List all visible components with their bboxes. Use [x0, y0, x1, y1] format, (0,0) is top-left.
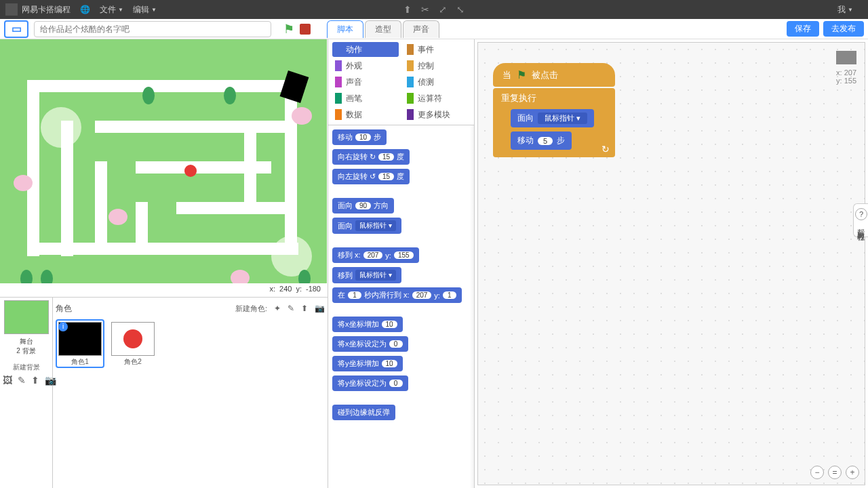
block-bounce[interactable]: 碰到边缘就反弹 — [332, 405, 395, 420]
file-menu[interactable]: 文件▼ — [100, 4, 123, 16]
sprite-thumbnail-mini — [836, 51, 856, 64]
user-menu[interactable]: 我▼ — [837, 4, 853, 16]
block-goto-target[interactable]: 移到鼠标指针 ▾ — [332, 267, 401, 283]
category-looks[interactable]: 外观 — [332, 58, 399, 73]
sprite-paint-icon[interactable]: ✎ — [288, 304, 294, 314]
loop-arrow-icon: ↻ — [601, 144, 610, 155]
block-set-x[interactable]: 将x坐标设定为0 — [332, 336, 408, 352]
help-icon: ? — [855, 208, 867, 220]
publish-button[interactable]: 去发布 — [823, 21, 864, 37]
block-when-flag-clicked[interactable]: 当 ⚑ 被点击 — [493, 63, 615, 87]
grow-tool-icon[interactable]: ⤢ — [439, 4, 447, 15]
backdrop-upload-icon[interactable]: ⬆ — [31, 375, 39, 386]
block-move-steps[interactable]: 移动10步 — [332, 129, 387, 145]
category-control[interactable]: 控制 — [404, 58, 471, 73]
block-point-towards[interactable]: 面向鼠标指针 ▾ — [332, 218, 401, 234]
sprite-info-icon[interactable]: i — [58, 322, 68, 331]
category-events[interactable]: 事件 — [404, 42, 471, 57]
sprite-panel: 舞台 2 背景 新建背景 🖼 ✎ ⬆ 📷 角色 新建角色: ✦ ✎ — [0, 297, 328, 488]
stamp-tool-icon[interactable]: ⬆ — [403, 4, 412, 15]
block-change-y[interactable]: 将y坐标增加10 — [332, 356, 403, 371]
block-point-towards-inst[interactable]: 面向鼠标指针 ▾ — [511, 109, 594, 127]
help-sidebar-tab[interactable]: ? 帮助与教程 — [853, 203, 868, 237]
shrink-tool-icon[interactable]: ⤡ — [456, 4, 465, 15]
block-glide[interactable]: 在1秒内滑行到 x:207y:1 — [332, 287, 462, 303]
palette-resize-handle[interactable] — [470, 125, 474, 488]
stage-thumbnail[interactable] — [4, 300, 49, 334]
new-backdrop-label: 新建背景 — [3, 363, 50, 372]
project-title-input[interactable] — [34, 21, 271, 37]
sprite-item-1[interactable]: i 角色1 — [56, 319, 104, 368]
sprite-library-icon[interactable]: ✦ — [274, 304, 281, 314]
toolbar-row: ▭ ⚑ 脚本 造型 声音 保存 去发布 — [0, 19, 868, 39]
edit-menu[interactable]: 编辑▼ — [133, 4, 157, 16]
backdrops-count: 2 背景 — [3, 346, 50, 356]
zoom-in-icon[interactable]: + — [846, 466, 859, 479]
new-sprite-label: 新建角色: — [235, 304, 267, 314]
block-set-y[interactable]: 将y坐标设定为0 — [332, 375, 408, 391]
block-move-inst[interactable]: 移动5步 — [511, 131, 572, 150]
top-menu-bar: 网易卡搭编程 🌐 文件▼ 编辑▼ ⬆ ✂ ⤢ ⤡ 我▼ — [0, 0, 868, 19]
tab-sounds[interactable]: 声音 — [403, 20, 439, 38]
sprite-readout: x: 207 y: 155 — [836, 51, 856, 85]
green-flag-icon[interactable]: ⚑ — [283, 22, 294, 37]
stage-canvas[interactable] — [0, 39, 327, 283]
sprite-camera-icon[interactable]: 📷 — [315, 304, 325, 314]
tab-costumes[interactable]: 造型 — [365, 20, 401, 38]
stop-icon[interactable] — [300, 24, 311, 35]
category-operators[interactable]: 运算符 — [404, 91, 471, 106]
stage-size-toggle[interactable]: ▭ — [4, 20, 28, 38]
block-palette[interactable]: 移动10步 向右旋转 ↻15度 向左旋转 ↺15度 面向90方向 面向鼠标指针 … — [328, 125, 474, 488]
block-turn-left[interactable]: 向左旋转 ↺15度 — [332, 169, 410, 184]
sprites-label: 角色 — [56, 303, 72, 314]
category-more[interactable]: 更多模块 — [404, 107, 471, 122]
sprite-ball[interactable] — [184, 165, 197, 177]
script-stack[interactable]: 当 ⚑ 被点击 重复执行 面向鼠标指针 ▾ 移动5步 ↻ — [493, 63, 615, 157]
block-forever[interactable]: 重复执行 面向鼠标指针 ▾ 移动5步 ↻ — [493, 88, 615, 157]
block-turn-right[interactable]: 向右旋转 ↻15度 — [332, 149, 410, 165]
backdrop-paint-icon[interactable]: ✎ — [18, 375, 26, 386]
block-change-x[interactable]: 将x坐标增加10 — [332, 317, 403, 332]
block-goto-xy[interactable]: 移到 x:207y:155 — [332, 247, 419, 263]
cut-tool-icon[interactable]: ✂ — [421, 4, 429, 15]
green-flag-icon: ⚑ — [517, 68, 526, 81]
stage-mouse-coords: x:240 y:-180 — [0, 283, 328, 297]
stage-label: 舞台 — [3, 337, 50, 346]
block-palette-column: 动作 事件 外观 控制 声音 侦测 画笔 运算符 数据 更多模块 移动10步 向… — [328, 39, 475, 488]
category-pen[interactable]: 画笔 — [332, 91, 399, 106]
script-canvas[interactable]: x: 207 y: 155 当 ⚑ 被点击 重复执行 面向鼠标指针 ▾ 移动5步… — [477, 42, 865, 485]
zoom-out-icon[interactable]: − — [810, 466, 824, 479]
category-sound[interactable]: 声音 — [332, 75, 399, 89]
category-sensing[interactable]: 侦测 — [404, 75, 471, 89]
sprite-upload-icon[interactable]: ⬆ — [301, 304, 308, 314]
backdrop-library-icon[interactable]: 🖼 — [3, 375, 12, 386]
language-menu[interactable]: 🌐 — [80, 5, 90, 14]
category-motion[interactable]: 动作 — [332, 42, 399, 57]
zoom-reset-icon[interactable]: = — [828, 466, 842, 479]
block-point-direction[interactable]: 面向90方向 — [332, 198, 394, 214]
sprite-item-2[interactable]: 角色2 — [108, 319, 157, 368]
brand-name: 网易卡搭编程 — [22, 4, 71, 16]
tab-scripts[interactable]: 脚本 — [327, 20, 363, 38]
app-logo — [5, 3, 18, 16]
save-button[interactable]: 保存 — [787, 21, 819, 37]
category-data[interactable]: 数据 — [332, 107, 399, 122]
